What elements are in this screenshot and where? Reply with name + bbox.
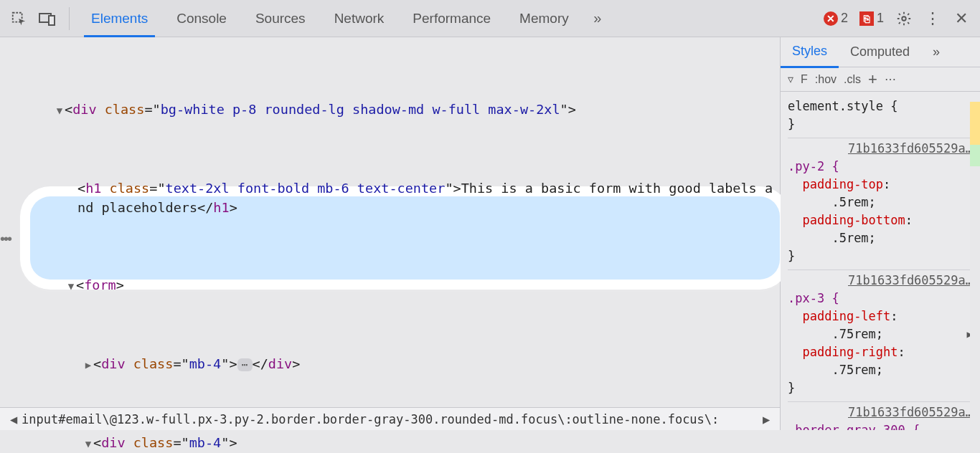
rule-bordergray-selector: .border-gray-300 { — [788, 423, 920, 430]
val[interactable]: .75rem — [831, 327, 875, 341]
elements-panel: ••• ▼<div class="bg-white p-8 rounded-lg… — [0, 37, 781, 430]
filter-funnel-icon[interactable]: ▿ — [788, 72, 793, 86]
prop[interactable]: padding-bottom — [802, 213, 905, 227]
close-icon[interactable]: ✕ — [948, 6, 974, 32]
close-brace: } — [788, 117, 795, 131]
styles-tabbar: Styles Computed » — [781, 37, 980, 67]
tab-styles[interactable]: Styles — [781, 37, 839, 68]
val[interactable]: .75rem — [831, 363, 875, 377]
tab-computed[interactable]: Computed — [839, 37, 921, 67]
tab-performance[interactable]: Performance — [400, 1, 504, 37]
close-brace: } — [788, 381, 795, 395]
issue-number: 1 — [877, 11, 884, 26]
collapsed-ellipsis-icon[interactable]: ⋯ — [237, 358, 253, 371]
rule-source-link[interactable]: 71b1633fd605529a… — [848, 405, 973, 419]
svg-rect-2 — [49, 16, 55, 25]
styles-filter-bar: ▿ F :hov .cls + ⋯ — [781, 67, 980, 92]
prop[interactable]: padding-right — [802, 345, 897, 359]
issue-count[interactable]: ⎘ 1 — [855, 11, 888, 26]
val[interactable]: .5rem — [831, 231, 868, 245]
dom-tree[interactable]: ▼<div class="bg-white p-8 rounded-lg sha… — [0, 37, 780, 453]
cls-toggle[interactable]: .cls — [844, 73, 861, 86]
tab-memory[interactable]: Memory — [507, 1, 582, 37]
strip-32-badge — [970, 145, 980, 166]
css-rules-list[interactable]: element.style { } 71b1633fd605529a… .py-… — [781, 92, 980, 430]
tab-sources[interactable]: Sources — [242, 1, 319, 37]
styles-more-chevron-icon[interactable]: » — [921, 37, 951, 67]
rule-source-link[interactable]: 71b1633fd605529a… — [848, 273, 973, 287]
rule-px3-selector: .px-3 { — [788, 291, 839, 305]
device-toolbar-icon[interactable] — [34, 6, 60, 32]
element-style-selector: element.style { — [788, 99, 898, 113]
error-icon: ✕ — [824, 11, 838, 26]
new-style-rule-icon[interactable]: + — [868, 70, 877, 89]
styles-panel: Styles Computed » ▿ F :hov .cls + ⋯ elem… — [781, 37, 980, 430]
tab-console[interactable]: Console — [164, 1, 240, 37]
svg-point-3 — [902, 16, 906, 21]
hov-toggle[interactable]: :hov — [815, 73, 837, 86]
inspect-icon[interactable] — [6, 6, 32, 32]
issue-icon: ⎘ — [859, 11, 874, 26]
filter-input[interactable]: F — [801, 73, 808, 86]
tab-network[interactable]: Network — [321, 1, 397, 37]
tab-elements[interactable]: Elements — [78, 1, 161, 37]
rule-source-link[interactable]: 71b1633fd605529a… — [848, 141, 973, 156]
kebab-menu-icon[interactable]: ⋮ — [920, 6, 946, 32]
divider — [69, 7, 70, 30]
error-number: 2 — [841, 11, 848, 26]
prop[interactable]: padding-top — [802, 177, 883, 191]
settings-gear-icon[interactable] — [891, 6, 917, 32]
error-count[interactable]: ✕ 2 — [819, 11, 852, 26]
val[interactable]: .5rem — [831, 195, 868, 209]
more-tabs-chevron-icon[interactable]: » — [585, 6, 611, 32]
color-strip — [970, 37, 980, 430]
devtools-tabbar: Elements Console Sources Network Perform… — [0, 0, 980, 37]
rule-py2-selector: .py-2 { — [788, 159, 839, 173]
prop[interactable]: padding-left — [802, 309, 890, 323]
close-brace: } — [788, 249, 795, 263]
styles-more-icon[interactable]: ⋯ — [885, 72, 896, 86]
